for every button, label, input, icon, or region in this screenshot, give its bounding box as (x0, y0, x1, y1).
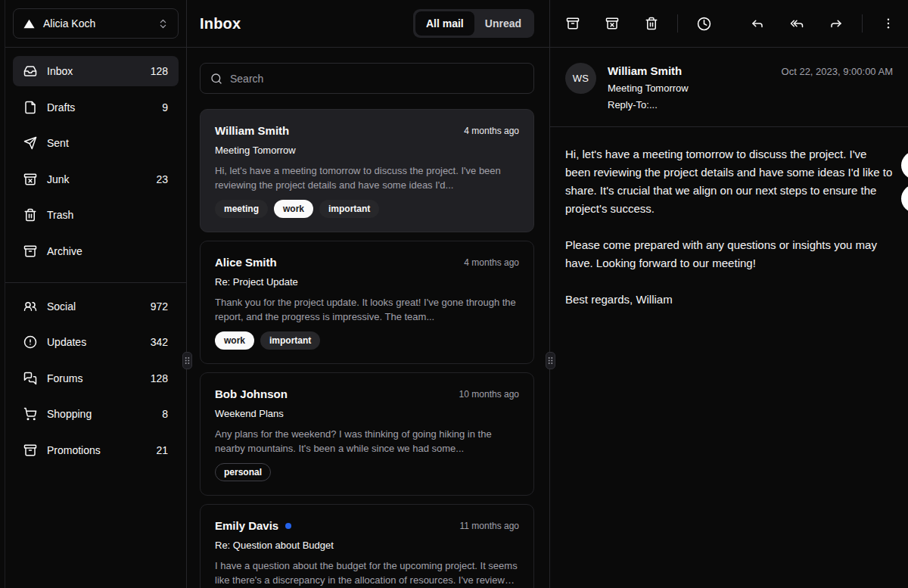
search-container (187, 48, 549, 94)
sidebar-item-social[interactable]: Social 972 (13, 291, 179, 322)
search-box (200, 63, 534, 94)
mail-filter-tabs: All mail Unread (413, 9, 534, 38)
sidebar-item-trash[interactable]: Trash (13, 200, 179, 230)
email-list: William Smith 4 months ago Meeting Tomor… (187, 94, 549, 588)
message-date: Oct 22, 2023, 9:00:00 AM (782, 63, 893, 79)
shopping-cart-icon (23, 407, 37, 421)
alert-circle-icon (23, 335, 37, 349)
sidebar-item-count: 972 (151, 300, 168, 313)
message-reply-to: Reply-To:... (608, 98, 689, 111)
email-snippet: I have a question about the budget for t… (215, 558, 519, 587)
sidebar-item-updates[interactable]: Updates 342 (13, 327, 179, 357)
message-header: WS William Smith Meeting Tomorrow Reply-… (550, 48, 908, 127)
file-icon (23, 101, 37, 114)
search-input[interactable] (230, 73, 524, 85)
trash-icon (23, 208, 37, 222)
archive-icon (23, 244, 37, 258)
snooze-button[interactable] (690, 10, 717, 37)
sidebar-item-count: 8 (162, 408, 168, 420)
mail-list-panel: Inbox All mail Unread William Smith 4 mo… (187, 0, 550, 588)
sidebar-item-label: Shopping (47, 408, 92, 420)
sidebar-header: Alicia Koch (5, 0, 186, 48)
email-sender: Alice Smith (215, 255, 277, 270)
email-subject: Re: Project Update (215, 275, 519, 288)
email-snippet: Thank you for the project update. It loo… (215, 295, 519, 324)
sidebar-item-label: Trash (47, 209, 73, 221)
sidebar-item-forums[interactable]: Forums 128 (13, 363, 179, 394)
mail-detail-panel: WS William Smith Meeting Tomorrow Reply-… (550, 0, 908, 588)
page-title: Inbox (200, 15, 241, 33)
tag-badge: meeting (215, 200, 268, 218)
email-time: 11 months ago (460, 521, 520, 531)
email-subject: Re: Question about Budget (215, 539, 519, 552)
email-subject: Weekend Plans (215, 407, 519, 420)
sidebar: Alicia Koch Inbox 128 Drafts 9 (5, 0, 187, 588)
sidebar-item-label: Archive (47, 245, 82, 257)
sidebar-item-label: Social (47, 300, 76, 313)
reply-all-button[interactable] (783, 10, 810, 37)
delete-button[interactable] (638, 10, 665, 37)
email-tags: personal (215, 463, 519, 481)
users-icon (23, 300, 37, 313)
mail-toolbar (550, 0, 908, 48)
avatar: WS (565, 63, 596, 94)
mail-list-header: Inbox All mail Unread (187, 0, 549, 48)
sidebar-item-count: 23 (156, 173, 168, 185)
sidebar-item-label: Inbox (47, 65, 73, 77)
forward-button[interactable] (822, 10, 850, 37)
more-options-button[interactable] (875, 10, 902, 37)
archive-icon (23, 443, 37, 457)
trash-icon (645, 17, 658, 30)
message-subject: Meeting Tomorrow (608, 82, 689, 95)
email-list-item-emily[interactable]: Emily Davis 11 months ago Re: Question a… (200, 504, 534, 588)
sidebar-nav-primary: Inbox 128 Drafts 9 Sent (5, 48, 186, 275)
panel-resize-handle-left[interactable] (182, 352, 192, 369)
sidebar-item-label: Sent (47, 137, 69, 149)
move-to-junk-button[interactable] (599, 10, 626, 37)
email-tags: work important (215, 331, 519, 350)
tag-badge: important (260, 331, 320, 350)
panel-resize-handle-right[interactable] (546, 352, 555, 369)
tab-unread[interactable]: Unread (475, 12, 531, 35)
search-icon (210, 73, 222, 85)
mail-app: Alicia Koch Inbox 128 Drafts 9 (0, 0, 908, 588)
email-list-item-bob[interactable]: Bob Johnson 10 months ago Weekend Plans … (200, 372, 534, 496)
archive-button[interactable] (559, 10, 586, 37)
sidebar-item-count: 128 (151, 65, 168, 77)
tag-badge: personal (215, 463, 271, 481)
unread-indicator (285, 523, 291, 529)
sidebar-item-junk[interactable]: Junk 23 (13, 164, 179, 194)
email-list-item-william[interactable]: William Smith 4 months ago Meeting Tomor… (200, 109, 534, 232)
triangle-logo-icon (23, 17, 36, 30)
archive-x-icon (23, 173, 37, 186)
chevrons-up-down-icon (157, 18, 169, 30)
sidebar-item-archive[interactable]: Archive (13, 236, 179, 266)
sidebar-item-count: 128 (151, 372, 168, 384)
sidebar-item-promotions[interactable]: Promotions 21 (13, 435, 179, 465)
toolbar-separator (862, 14, 863, 33)
collapsed-panel-rail (0, 0, 5, 588)
sidebar-item-drafts[interactable]: Drafts 9 (13, 92, 179, 123)
email-list-item-alice[interactable]: Alice Smith 4 months ago Re: Project Upd… (200, 241, 534, 364)
sidebar-item-inbox[interactable]: Inbox 128 (13, 56, 179, 86)
email-sender: Bob Johnson (215, 387, 288, 402)
email-subject: Meeting Tomorrow (215, 144, 519, 157)
messages-square-icon (23, 372, 37, 385)
message-meta: William Smith Meeting Tomorrow Reply-To:… (608, 63, 689, 111)
sidebar-item-shopping[interactable]: Shopping 8 (13, 399, 179, 429)
email-snippet: Any plans for the weekend? I was thinkin… (215, 427, 519, 456)
tag-badge: important (319, 200, 379, 218)
inbox-icon (23, 64, 37, 78)
send-icon (23, 136, 37, 150)
account-switcher[interactable]: Alicia Koch (13, 8, 179, 39)
tab-all-mail[interactable]: All mail (416, 12, 474, 35)
sidebar-item-label: Drafts (47, 101, 75, 114)
email-sender: William Smith (215, 123, 289, 138)
sidebar-item-count: 9 (162, 101, 168, 114)
reply-button[interactable] (744, 10, 771, 37)
email-snippet: Hi, let's have a meeting tomorrow to dis… (215, 163, 519, 192)
sidebar-item-count: 342 (151, 336, 168, 348)
email-tags: meeting work important (215, 200, 519, 218)
more-vertical-icon (882, 17, 895, 30)
sidebar-item-sent[interactable]: Sent (13, 128, 179, 158)
